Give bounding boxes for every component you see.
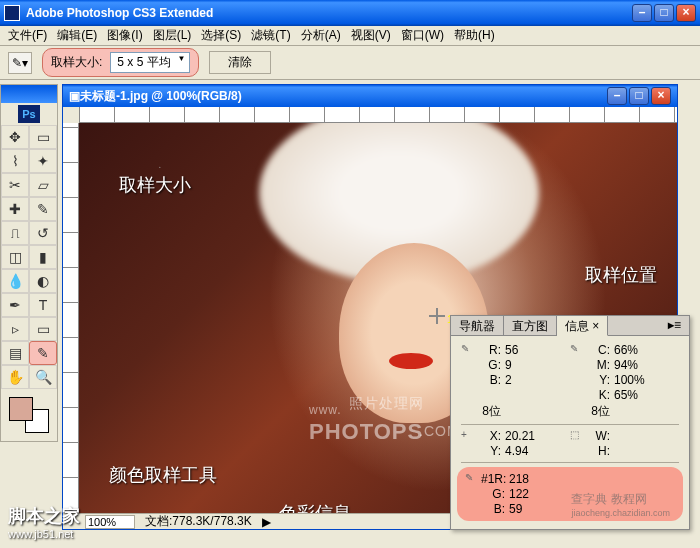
menu-edit[interactable]: 编辑(E) xyxy=(53,25,101,46)
vertical-ruler[interactable] xyxy=(63,123,79,513)
watermark: www. xyxy=(309,403,342,417)
annotation-color-tool: 颜色取样工具 xyxy=(109,463,217,487)
sample-size-label: 取样大小: xyxy=(51,54,102,71)
panel-menu-icon[interactable]: ▸≡ xyxy=(660,316,689,335)
eraser-tool[interactable]: ◫ xyxy=(1,245,29,269)
sample-size-dropdown[interactable]: 5 x 5 平均 xyxy=(110,52,190,73)
info-k-value: 65% xyxy=(614,388,654,402)
menubar: 文件(F) 编辑(E) 图像(I) 图层(L) 选择(S) 滤镜(T) 分析(A… xyxy=(0,26,700,46)
menu-analysis[interactable]: 分析(A) xyxy=(297,25,345,46)
shape-tool[interactable]: ▭ xyxy=(29,317,57,341)
marquee-tool[interactable]: ▭ xyxy=(29,125,57,149)
gradient-tool[interactable]: ▮ xyxy=(29,245,57,269)
watermark: PHOTOPS xyxy=(309,419,423,445)
zoom-tool[interactable]: 🔍 xyxy=(29,365,57,389)
clear-button[interactable]: 清除 xyxy=(209,51,271,74)
crop-tool[interactable]: ✂ xyxy=(1,173,29,197)
info-w-value xyxy=(614,429,654,443)
menu-file[interactable]: 文件(F) xyxy=(4,25,51,46)
ps-icon: Ps xyxy=(18,105,40,123)
type-tool[interactable]: T xyxy=(29,293,57,317)
hand-tool[interactable]: ✋ xyxy=(1,365,29,389)
close-button[interactable]: × xyxy=(676,4,696,22)
pen-tool[interactable]: ✒ xyxy=(1,293,29,317)
info-m-value: 94% xyxy=(614,358,654,372)
slice-tool[interactable]: ▱ xyxy=(29,173,57,197)
stamp-tool[interactable]: ⎍ xyxy=(1,221,29,245)
dimensions-icon: ⬚ xyxy=(570,429,586,443)
notes-tool[interactable]: ▤ xyxy=(1,341,29,365)
blur-tool[interactable]: 💧 xyxy=(1,269,29,293)
menu-image[interactable]: 图像(I) xyxy=(103,25,146,46)
toolbox: Ps ✥▭ ⌇✦ ✂▱ ✚✎ ⎍↺ ◫▮ 💧◐ ✒T ▹▭ ▤✎ ✋🔍 xyxy=(0,84,58,442)
wand-tool[interactable]: ✦ xyxy=(29,149,57,173)
brush-tool[interactable]: ✎ xyxy=(29,197,57,221)
menu-select[interactable]: 选择(S) xyxy=(197,25,245,46)
menu-view[interactable]: 视图(V) xyxy=(347,25,395,46)
document-titlebar[interactable]: ▣ 未标题-1.jpg @ 100%(RGB/8) – □ × xyxy=(63,85,677,107)
info-y-value: 100% xyxy=(614,373,654,387)
maximize-button[interactable]: □ xyxy=(654,4,674,22)
sample1-r-value: 218 xyxy=(509,472,549,486)
toolbox-titlebar[interactable] xyxy=(1,85,57,103)
info-bits-1: 8位 xyxy=(477,403,505,420)
docsize-label: 文档:778.3K/778.3K xyxy=(145,513,252,530)
document-title: 未标题-1.jpg @ 100%(RGB/8) xyxy=(80,88,242,105)
info-x-value: 20.21 xyxy=(505,429,545,443)
menu-layer[interactable]: 图层(L) xyxy=(149,25,196,46)
move-tool[interactable]: ✥ xyxy=(1,125,29,149)
info-y-value: 4.94 xyxy=(505,444,545,458)
menu-window[interactable]: 窗口(W) xyxy=(397,25,448,46)
eyedropper-icon: ✎ xyxy=(461,343,477,357)
doc-icon: ▣ xyxy=(69,89,80,103)
annotation-sample-size: 取样大小 xyxy=(119,173,191,197)
panel-tabs: 导航器 直方图 信息 × ▸≡ xyxy=(451,316,689,336)
minimize-button[interactable]: – xyxy=(632,4,652,22)
eyedropper-icon: ✎ xyxy=(465,472,481,486)
eyedropper-icon: ✎ xyxy=(570,343,586,357)
sample1-b-value: 59 xyxy=(509,502,549,516)
options-bar: ✎▾ 取样大小: 5 x 5 平均 清除 xyxy=(0,46,700,80)
sample1-g-value: 122 xyxy=(509,487,549,501)
lasso-tool[interactable]: ⌇ xyxy=(1,149,29,173)
tab-info[interactable]: 信息 × xyxy=(557,316,608,336)
current-tool-icon[interactable]: ✎▾ xyxy=(8,52,32,74)
doc-close-button[interactable]: × xyxy=(651,87,671,105)
tab-navigator[interactable]: 导航器 xyxy=(451,316,504,335)
info-g-value: 9 xyxy=(505,358,545,372)
site-overlay: 脚本之家 www.jb51.net xyxy=(8,504,80,540)
eyedropper-tool[interactable]: ✎ xyxy=(29,341,57,365)
doc-minimize-button[interactable]: – xyxy=(607,87,627,105)
zoom-input[interactable] xyxy=(85,515,135,529)
horizontal-ruler[interactable] xyxy=(79,107,677,123)
app-title: Adobe Photoshop CS3 Extended xyxy=(26,6,213,20)
info-b-value: 2 xyxy=(505,373,545,387)
sample-size-highlight: 取样大小: 5 x 5 平均 xyxy=(42,48,199,77)
dodge-tool[interactable]: ◐ xyxy=(29,269,57,293)
annotation-color-info: 色彩信息 xyxy=(279,501,351,513)
crosshair-icon: + xyxy=(461,429,477,443)
path-tool[interactable]: ▹ xyxy=(1,317,29,341)
site-overlay-2: 查字典 教程网 jiaocheng.chazidian.com xyxy=(571,491,670,518)
color-swatches[interactable] xyxy=(7,395,51,435)
status-arrow-icon[interactable]: ▶ xyxy=(262,515,271,529)
info-h-value xyxy=(614,444,654,458)
fg-color-swatch[interactable] xyxy=(9,397,33,421)
info-bits-2: 8位 xyxy=(586,403,614,420)
menu-filter[interactable]: 滤镜(T) xyxy=(247,25,294,46)
app-icon xyxy=(4,5,20,21)
info-r-value: 56 xyxy=(505,343,545,357)
history-brush-tool[interactable]: ↺ xyxy=(29,221,57,245)
menu-help[interactable]: 帮助(H) xyxy=(450,25,499,46)
watermark: 照片处理网 xyxy=(349,395,424,413)
heal-tool[interactable]: ✚ xyxy=(1,197,29,221)
color-sampler-marker[interactable] xyxy=(429,308,445,324)
photo-content xyxy=(389,353,433,369)
annotation-sample-pos: 取样位置 xyxy=(585,263,657,287)
tab-histogram[interactable]: 直方图 xyxy=(504,316,557,335)
app-titlebar: Adobe Photoshop CS3 Extended – □ × xyxy=(0,0,700,26)
info-c-value: 66% xyxy=(614,343,654,357)
doc-maximize-button[interactable]: □ xyxy=(629,87,649,105)
